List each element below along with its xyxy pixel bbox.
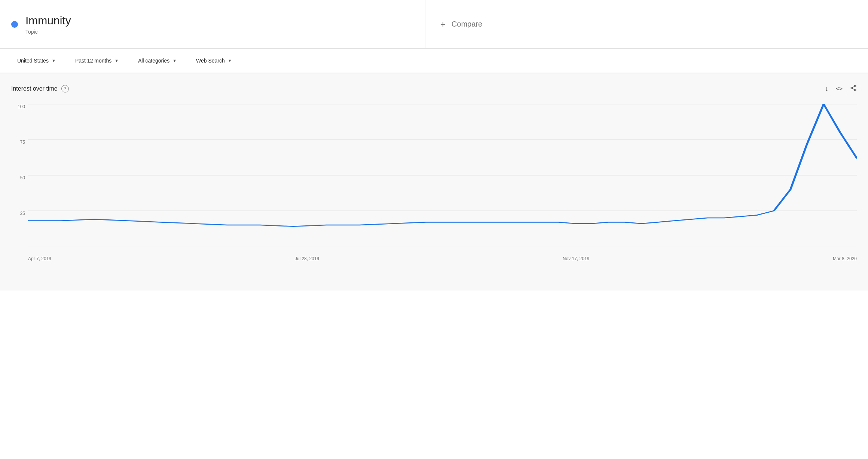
x-axis: Apr 7, 2019 Jul 28, 2019 Nov 17, 2019 Ma… xyxy=(28,253,857,261)
y-label-25: 25 xyxy=(11,211,28,216)
term-name: Immunity xyxy=(25,14,71,27)
x-label-jul: Jul 28, 2019 xyxy=(295,256,319,261)
svg-point-1 xyxy=(851,87,853,89)
time-period-filter[interactable]: Past 12 months ▼ xyxy=(69,55,125,67)
categories-label: All categories xyxy=(138,58,169,64)
search-type-label: Web Search xyxy=(196,58,225,64)
compare-label: Compare xyxy=(452,20,482,28)
help-icon[interactable]: ? xyxy=(61,85,69,92)
svg-point-2 xyxy=(854,89,856,91)
x-label-mar: Mar 8, 2020 xyxy=(833,256,857,261)
categories-filter[interactable]: All categories ▼ xyxy=(132,55,183,67)
chart-container: 100 75 50 25 Apr 7, 2019 Jul 28, 2019 No… xyxy=(11,104,857,261)
x-label-apr: Apr 7, 2019 xyxy=(28,256,51,261)
y-label-75: 75 xyxy=(11,140,28,145)
x-label-nov: Nov 17, 2019 xyxy=(563,256,589,261)
svg-line-3 xyxy=(852,88,854,89)
search-type-filter[interactable]: Web Search ▼ xyxy=(190,55,238,67)
plus-icon: + xyxy=(440,19,446,30)
term-type: Topic xyxy=(25,29,71,35)
y-label-50: 50 xyxy=(11,175,28,180)
svg-line-4 xyxy=(852,86,854,88)
embed-icon[interactable]: <> xyxy=(836,85,843,92)
download-icon[interactable]: ↓ xyxy=(825,85,828,93)
filters-bar: United States ▼ Past 12 months ▼ All cat… xyxy=(0,49,868,73)
y-axis: 100 75 50 25 xyxy=(11,104,28,246)
region-chevron-icon: ▼ xyxy=(52,58,56,63)
categories-chevron-icon: ▼ xyxy=(172,58,177,63)
term-color-dot xyxy=(11,21,18,28)
svg-point-0 xyxy=(854,85,856,87)
y-label-100: 100 xyxy=(11,104,28,109)
region-label: United States xyxy=(17,58,49,64)
time-period-label: Past 12 months xyxy=(75,58,111,64)
chart-header: Interest over time ? ↓ <> xyxy=(11,85,857,93)
chart-title-area: Interest over time ? xyxy=(11,85,69,92)
chart-actions: ↓ <> xyxy=(825,85,857,93)
chart-title: Interest over time xyxy=(11,85,58,92)
chart-section: Interest over time ? ↓ <> 100 75 50 25 xyxy=(0,73,868,291)
share-icon[interactable] xyxy=(850,85,857,93)
search-type-chevron-icon: ▼ xyxy=(228,58,232,63)
search-term-box: Immunity Topic xyxy=(0,0,425,48)
chart-plot-area xyxy=(28,104,857,246)
region-filter[interactable]: United States ▼ xyxy=(11,55,62,67)
compare-button[interactable]: + Compare xyxy=(425,0,868,48)
time-period-chevron-icon: ▼ xyxy=(114,58,119,63)
